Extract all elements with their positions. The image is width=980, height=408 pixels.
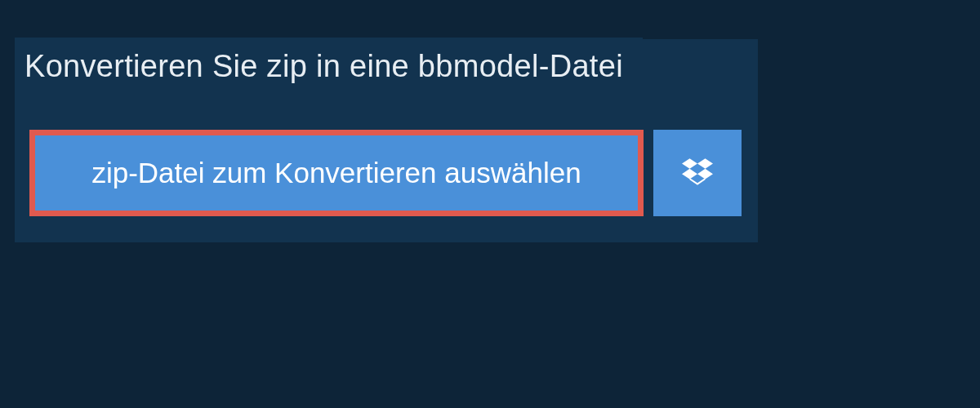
dropbox-icon: [682, 156, 713, 190]
converter-panel: Konvertieren Sie zip in eine bbmodel-Dat…: [15, 39, 758, 242]
button-row: zip-Datei zum Konvertieren auswählen: [29, 130, 758, 216]
select-file-label: zip-Datei zum Konvertieren auswählen: [91, 157, 581, 189]
dropbox-button[interactable]: [653, 130, 742, 216]
page-title: Konvertieren Sie zip in eine bbmodel-Dat…: [24, 49, 623, 84]
select-file-button[interactable]: zip-Datei zum Konvertieren auswählen: [29, 130, 644, 216]
heading-wrap: Konvertieren Sie zip in eine bbmodel-Dat…: [15, 38, 643, 95]
